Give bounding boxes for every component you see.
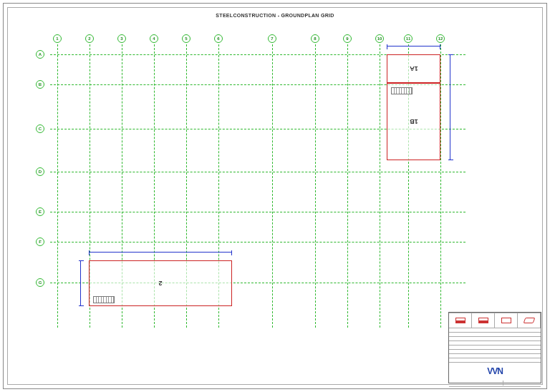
elevation-icon xyxy=(495,313,518,328)
plan-area: 123456789101112ABCDEFG1A1B2 xyxy=(57,29,458,308)
grid-bubble-col-7: 7 xyxy=(268,34,276,43)
dimension-line-3 xyxy=(80,260,81,306)
grid-bubble-row-D: D xyxy=(36,167,44,176)
grid-bubble-col-11: 11 xyxy=(404,34,412,43)
gridline-col-12 xyxy=(440,44,441,328)
dimension-line-0 xyxy=(387,46,440,46)
gridline-col-1 xyxy=(57,44,58,328)
stairs-1 xyxy=(93,296,115,303)
grid-bubble-row-E: E xyxy=(36,207,44,216)
grid-bubble-col-10: 10 xyxy=(375,34,384,43)
title-block: VVN xyxy=(448,312,541,383)
grid-bubble-row-A: A xyxy=(36,50,44,59)
gridline-row-E xyxy=(50,212,465,212)
gridline-row-D xyxy=(50,172,465,172)
gridline-col-9 xyxy=(347,44,348,328)
gridline-col-10 xyxy=(380,44,380,328)
gridline-col-8 xyxy=(315,44,316,328)
grid-bubble-row-G: G xyxy=(36,278,44,287)
titleblock-info-1 xyxy=(450,381,503,386)
building-icon-2 xyxy=(472,313,495,328)
gridline-row-F xyxy=(50,242,465,242)
section-icon xyxy=(518,313,541,328)
grid-bubble-col-12: 12 xyxy=(436,34,445,43)
dimension-line-1 xyxy=(450,54,450,160)
room-label-1B: 1B xyxy=(410,118,418,125)
grid-bubble-col-9: 9 xyxy=(343,34,352,43)
grid-bubble-col-3: 3 xyxy=(117,34,126,43)
titleblock-info-2 xyxy=(503,381,539,386)
gridline-col-7 xyxy=(272,44,273,328)
grid-bubble-col-8: 8 xyxy=(311,34,319,43)
grid-bubble-col-5: 5 xyxy=(182,34,190,43)
grid-bubble-col-6: 6 xyxy=(214,34,223,43)
grid-bubble-row-B: B xyxy=(36,80,44,89)
grid-bubble-row-F: F xyxy=(36,237,44,246)
room-label-1A: 1A xyxy=(410,65,418,72)
stairs-0 xyxy=(391,87,412,94)
room-label-2: 2 xyxy=(158,280,162,287)
grid-bubble-col-2: 2 xyxy=(85,34,94,43)
building-icon xyxy=(449,313,472,328)
titleblock-logo: VVN xyxy=(449,363,541,380)
grid-bubble-col-1: 1 xyxy=(53,34,62,43)
grid-bubble-row-C: C xyxy=(36,124,44,133)
dimension-line-2 xyxy=(89,252,232,253)
drawing-title: STEELCONSTRUCTION - GROUNDPLAN GRID xyxy=(216,13,334,18)
titleblock-icons-row xyxy=(449,313,541,328)
grid-bubble-col-4: 4 xyxy=(150,34,158,43)
